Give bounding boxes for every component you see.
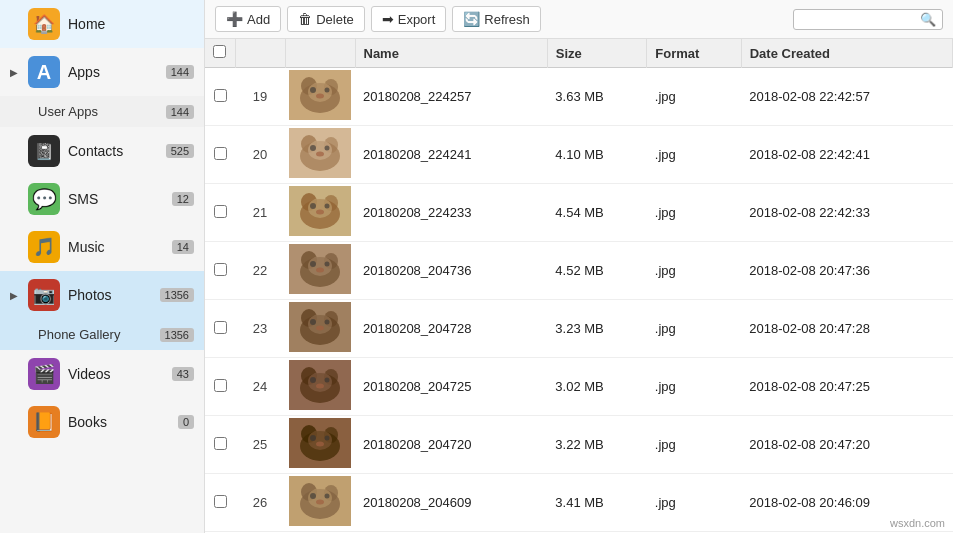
svg-point-23 (316, 210, 324, 215)
refresh-label: Refresh (484, 12, 530, 27)
svg-point-45 (310, 377, 316, 383)
sidebar-item-user-apps[interactable]: User Apps 144 (0, 96, 204, 127)
row-thumbnail (285, 300, 355, 358)
row-size: 4.10 MB (547, 126, 647, 184)
sidebar-item-sms[interactable]: 💬 SMS 12 (0, 175, 204, 223)
sidebar-item-photos[interactable]: ▶ 📷 Photos 1356 (0, 271, 204, 319)
svg-point-31 (316, 268, 324, 273)
photos-arrow-icon: ▶ (10, 290, 24, 301)
row-checkbox[interactable] (214, 89, 227, 102)
row-checkbox-cell (205, 68, 235, 126)
sidebar: 🏠 Home ▶ A Apps 144 User Apps 144 📓 Cont… (0, 0, 205, 533)
row-number: 21 (235, 184, 285, 242)
sidebar-item-books[interactable]: 📙 Books 0 (0, 398, 204, 446)
row-checkbox[interactable] (214, 379, 227, 392)
sidebar-label-home: Home (68, 16, 194, 32)
row-checkbox-cell (205, 416, 235, 474)
delete-button[interactable]: 🗑 Delete (287, 6, 365, 32)
row-number: 25 (235, 416, 285, 474)
row-format: .jpg (647, 300, 741, 358)
contacts-badge: 525 (166, 144, 194, 158)
col-format[interactable]: Format (647, 39, 741, 68)
sms-badge: 12 (172, 192, 194, 206)
col-size[interactable]: Size (547, 39, 647, 68)
table-row[interactable]: 23 20180208_204728 3.23 MB .jpg 2018-02-… (205, 300, 953, 358)
home-icon: 🏠 (28, 8, 60, 40)
row-thumbnail (285, 184, 355, 242)
svg-point-53 (310, 435, 316, 441)
music-icon: 🎵 (28, 231, 60, 263)
table-row[interactable]: 26 20180208_204609 3.41 MB .jpg 2018-02-… (205, 474, 953, 532)
sidebar-label-videos: Videos (68, 366, 172, 382)
table-row[interactable]: 21 20180208_224233 4.54 MB .jpg 2018-02-… (205, 184, 953, 242)
row-date: 2018-02-08 22:42:57 (741, 68, 952, 126)
add-button[interactable]: ➕ Add (215, 6, 281, 32)
table-row[interactable]: 19 20180208_224257 3.63 MB .jpg 2018-02-… (205, 68, 953, 126)
row-size: 3.23 MB (547, 300, 647, 358)
apps-badge: 144 (166, 65, 194, 79)
search-input[interactable] (800, 12, 920, 27)
row-name: 20180208_224241 (355, 126, 547, 184)
sidebar-item-music[interactable]: 🎵 Music 14 (0, 223, 204, 271)
row-checkbox[interactable] (214, 321, 227, 334)
svg-point-54 (325, 436, 330, 441)
table-row[interactable]: 24 20180208_204725 3.02 MB .jpg 2018-02-… (205, 358, 953, 416)
svg-point-62 (325, 494, 330, 499)
svg-point-29 (310, 261, 316, 267)
svg-point-5 (310, 87, 316, 93)
sidebar-label-contacts: Contacts (68, 143, 166, 159)
books-badge: 0 (178, 415, 194, 429)
phone-gallery-badge: 1356 (160, 328, 194, 342)
row-checkbox-cell (205, 300, 235, 358)
row-checkbox-cell (205, 126, 235, 184)
add-label: Add (247, 12, 270, 27)
table-row[interactable]: 25 20180208_204720 3.22 MB .jpg 2018-02-… (205, 416, 953, 474)
row-thumbnail (285, 242, 355, 300)
row-checkbox[interactable] (214, 205, 227, 218)
table-row[interactable]: 20 20180208_224241 4.10 MB .jpg 2018-02-… (205, 126, 953, 184)
sidebar-label-user-apps: User Apps (38, 104, 98, 119)
svg-point-46 (325, 378, 330, 383)
row-thumbnail (285, 474, 355, 532)
col-number (235, 39, 285, 68)
file-table: Name Size Format Date Created 19 (205, 39, 953, 532)
sidebar-label-books: Books (68, 414, 178, 430)
row-format: .jpg (647, 242, 741, 300)
search-icon: 🔍 (920, 12, 936, 27)
row-thumbnail (285, 126, 355, 184)
sidebar-item-videos[interactable]: 🎬 Videos 43 (0, 350, 204, 398)
row-checkbox[interactable] (214, 495, 227, 508)
svg-point-39 (316, 326, 324, 331)
refresh-button[interactable]: 🔄 Refresh (452, 6, 541, 32)
select-all-checkbox[interactable] (213, 45, 226, 58)
row-date: 2018-02-08 20:47:25 (741, 358, 952, 416)
row-name: 20180208_204720 (355, 416, 547, 474)
row-date: 2018-02-08 22:42:41 (741, 126, 952, 184)
sidebar-item-home[interactable]: 🏠 Home (0, 0, 204, 48)
books-icon: 📙 (28, 406, 60, 438)
refresh-icon: 🔄 (463, 11, 480, 27)
export-button[interactable]: ➡ Export (371, 6, 447, 32)
svg-point-47 (316, 384, 324, 389)
col-name[interactable]: Name (355, 39, 547, 68)
row-checkbox[interactable] (214, 437, 227, 450)
table-header-row: Name Size Format Date Created (205, 39, 953, 68)
row-checkbox[interactable] (214, 263, 227, 276)
col-date[interactable]: Date Created (741, 39, 952, 68)
sidebar-item-contacts[interactable]: 📓 Contacts 525 (0, 127, 204, 175)
sidebar-item-phone-gallery[interactable]: Phone Gallery 1356 (0, 319, 204, 350)
contacts-icon: 📓 (28, 135, 60, 167)
row-name: 20180208_224257 (355, 68, 547, 126)
row-checkbox[interactable] (214, 147, 227, 160)
delete-label: Delete (316, 12, 354, 27)
table-row[interactable]: 22 20180208_204736 4.52 MB .jpg 2018-02-… (205, 242, 953, 300)
svg-point-30 (325, 262, 330, 267)
row-thumbnail (285, 358, 355, 416)
sidebar-item-apps[interactable]: ▶ A Apps 144 (0, 48, 204, 96)
search-box: 🔍 (793, 9, 943, 30)
row-size: 3.22 MB (547, 416, 647, 474)
sidebar-label-music: Music (68, 239, 172, 255)
row-size: 4.54 MB (547, 184, 647, 242)
main-content: ➕ Add 🗑 Delete ➡ Export 🔄 Refresh 🔍 (205, 0, 953, 533)
row-checkbox-cell (205, 184, 235, 242)
